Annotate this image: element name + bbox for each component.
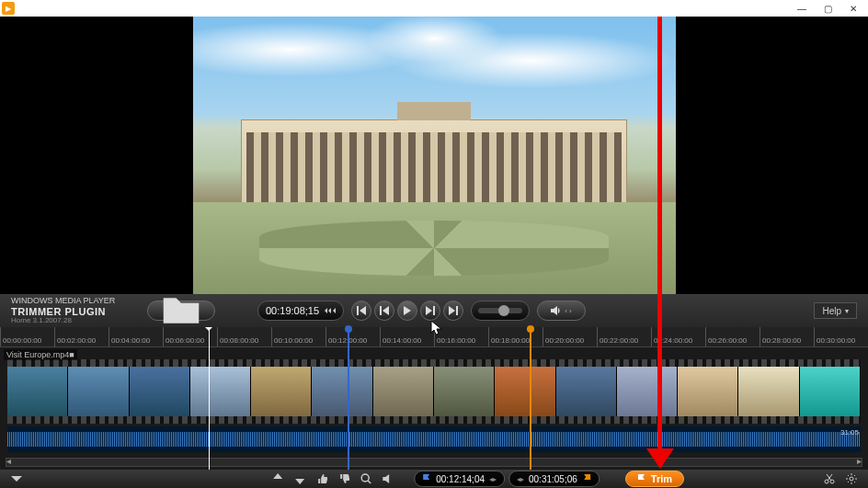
ruler-tick: 00:08:00:00 <box>220 336 258 345</box>
speed-slider[interactable] <box>471 301 530 321</box>
current-time-value: 00:19:08;15 <box>266 305 319 316</box>
step-frame-icon[interactable] <box>325 306 336 315</box>
track-filename: Visit Europe.mp4■ <box>4 349 77 360</box>
window-titlebar: ▶ — ▢ ✕ <box>0 0 868 17</box>
ruler-tick: 00:26:00:00 <box>708 336 747 345</box>
in-marker[interactable] <box>348 327 349 470</box>
cut-button[interactable] <box>820 471 839 486</box>
mouse-cursor <box>430 320 443 336</box>
volume-control[interactable]: ‹ › <box>537 301 586 321</box>
expand-button[interactable] <box>7 471 26 486</box>
out-marker[interactable] <box>530 327 531 470</box>
thumbnail <box>434 367 495 416</box>
close-button[interactable]: ✕ <box>840 0 866 17</box>
thumbnail <box>738 367 799 416</box>
ruler-tick: 00:28:00:00 <box>762 336 801 345</box>
ruler-tick: 00:14:00:00 <box>383 336 421 345</box>
zoom-in-button[interactable] <box>291 471 309 486</box>
annotation-arrow <box>657 17 662 453</box>
brand-label: WINDOWS MEDIA PLAYER TRIMMER PLUGIN Home… <box>11 297 140 325</box>
thumbnail <box>800 367 861 416</box>
thumbnail <box>312 367 372 416</box>
prev-button[interactable] <box>351 301 371 321</box>
thumbs-down-button[interactable] <box>335 471 353 486</box>
flag-icon <box>637 474 646 483</box>
thumbnail <box>678 367 738 416</box>
audio-track[interactable] <box>7 426 861 452</box>
app-icon: ▶ <box>2 2 15 15</box>
ruler-tick: 00:06:00:00 <box>166 336 204 345</box>
video-preview <box>0 17 868 294</box>
thumbnail <box>251 367 312 416</box>
in-flag-icon <box>422 474 431 483</box>
out-point-display[interactable]: ◂▸ 00:31:05;06 <box>508 471 600 487</box>
ruler-tick: 00:04:00:00 <box>111 336 150 345</box>
current-time-display: 00:19:08;15 <box>257 301 344 321</box>
ruler-tick: 00:02:00:00 <box>57 336 96 345</box>
step-back-button[interactable] <box>374 301 394 321</box>
open-file-button[interactable] <box>147 301 215 321</box>
thumbnail <box>130 367 190 416</box>
brand-line2: TRIMMER PLUGIN <box>11 306 140 317</box>
playhead[interactable] <box>209 327 210 470</box>
thumbnail <box>190 367 251 416</box>
svg-point-0 <box>361 474 369 482</box>
thumbnail <box>373 367 434 416</box>
thumbnail <box>617 367 678 416</box>
timeline-scrollbar[interactable] <box>6 458 862 467</box>
thumbnail <box>556 367 617 416</box>
folder-icon <box>161 290 201 331</box>
brand-version: Home 3.1.2007.28 <box>11 317 140 325</box>
next-button[interactable] <box>443 301 463 321</box>
ruler-tick: 00:18:00:00 <box>491 336 530 345</box>
help-dropdown[interactable]: Help <box>814 302 857 319</box>
settings-button[interactable] <box>842 471 861 486</box>
ruler-tick: 00:16:00:00 <box>437 336 475 345</box>
speaker-icon <box>551 305 562 316</box>
thumbnail <box>495 367 555 416</box>
svg-point-3 <box>850 477 853 481</box>
annotation-arrow-head <box>646 448 674 482</box>
mute-button[interactable] <box>379 471 397 486</box>
step-fwd-button[interactable] <box>420 301 440 321</box>
ruler-tick: 00:22:00:00 <box>600 336 638 345</box>
ruler-tick: 00:00:00:00 <box>3 336 41 345</box>
brand-line1: WINDOWS MEDIA PLAYER <box>11 297 140 306</box>
video-frame <box>193 17 676 294</box>
clip-duration: 31:05 <box>840 428 859 437</box>
help-label: Help <box>822 306 841 316</box>
transport-controls <box>351 301 463 321</box>
ruler-tick: 00:10:00:00 <box>274 336 313 345</box>
in-time-value: 00:12:14;04 <box>436 474 485 484</box>
ruler-tick: 00:20:00:00 <box>545 336 584 345</box>
zoom-out-button[interactable] <box>268 471 287 486</box>
timeline: 00:00:00:0000:02:00:0000:04:00:0000:06:0… <box>0 327 868 470</box>
maximize-button[interactable]: ▢ <box>815 0 840 17</box>
in-point-display[interactable]: 00:12:14;04 ◂▸ <box>414 471 505 487</box>
thumbnail <box>68 367 129 416</box>
thumbs-up-button[interactable] <box>313 471 331 486</box>
thumbnail <box>7 367 68 416</box>
minimize-button[interactable]: — <box>789 0 815 17</box>
bottom-toolbar: 00:12:14;04 ◂▸ ◂▸ 00:31:05;06 Trim <box>0 470 868 488</box>
out-time-value: 00:31:05;06 <box>529 474 577 484</box>
out-flag-icon <box>582 474 591 483</box>
ruler-tick: 00:30:00:00 <box>817 336 855 345</box>
play-button[interactable] <box>397 301 417 321</box>
zoom-fit-button[interactable] <box>357 471 375 486</box>
video-track[interactable] <box>7 359 861 424</box>
